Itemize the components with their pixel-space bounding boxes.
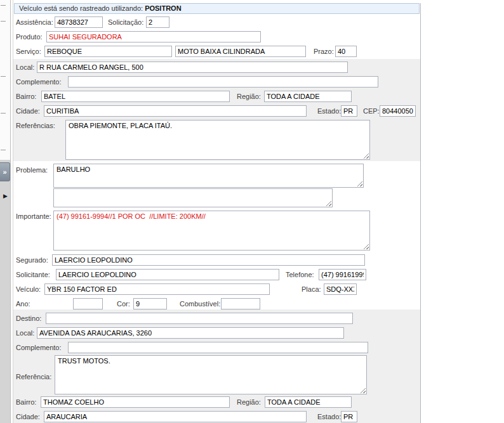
- assistance-form-window: » ▶ Veículo está sendo rastreado utiliza…: [0, 0, 504, 423]
- destino-local-input[interactable]: [37, 327, 344, 339]
- assistencia-input[interactable]: [55, 16, 103, 28]
- panel-right-border: [420, 3, 421, 423]
- destino-regiao-label: Região:: [237, 398, 261, 406]
- origem-cep-label: CEP:: [363, 107, 380, 115]
- origem-referencias-textarea[interactable]: OBRA PIEMONTE, PLACA ITAÚ.: [65, 120, 370, 160]
- servico-label: Serviço:: [16, 48, 41, 55]
- solicitante-label: Solicitante:: [16, 271, 50, 278]
- servico-tipo-input[interactable]: [175, 46, 306, 57]
- telefone-label: Telefone:: [286, 271, 314, 278]
- splitter-grip: [1, 21, 6, 22]
- prazo-input[interactable]: [335, 46, 357, 57]
- destino-input[interactable]: [46, 313, 353, 324]
- combustivel-label: Combustível:: [180, 300, 220, 308]
- origem-cidade-input[interactable]: [44, 105, 307, 117]
- tracking-banner-text: Veículo está sendo rastreado utilizando:: [19, 4, 145, 12]
- left-splitter[interactable]: [0, 0, 11, 160]
- origem-bairro-label: Bairro:: [16, 93, 36, 100]
- solicitacao-input[interactable]: [146, 16, 169, 28]
- tracking-banner: Veículo está sendo rastreado utilizando:…: [14, 3, 420, 14]
- splitter-grip: [1, 5, 6, 6]
- panel-left-border: [13, 0, 13, 423]
- solicitacao-label: Solicitação:: [108, 18, 143, 26]
- problema-textarea[interactable]: BARULHO: [53, 164, 364, 188]
- destino-bairro-input[interactable]: [41, 396, 230, 408]
- placa-label: Placa:: [302, 285, 321, 293]
- origem-cep-input[interactable]: [380, 105, 416, 117]
- veiculo-label: Veículo:: [16, 285, 41, 293]
- problema-label: Problema:: [16, 166, 48, 174]
- destino-complemento-label: Complemento:: [16, 344, 62, 351]
- prazo-label: Prazo:: [314, 48, 334, 55]
- veiculo-input[interactable]: [44, 283, 270, 295]
- observacao-textarea[interactable]: [53, 188, 333, 207]
- splitter-grip: [1, 150, 6, 150]
- origem-estado-label: Estado:: [317, 107, 341, 115]
- servico-input[interactable]: [44, 46, 172, 57]
- origem-complemento-input[interactable]: [68, 76, 378, 88]
- importante-label: Importante:: [16, 212, 51, 220]
- segurado-label: Segurado:: [16, 256, 48, 264]
- combustivel-input[interactable]: [221, 298, 260, 309]
- destino-estado-label: Estado:: [317, 413, 341, 420]
- origem-regiao-label: Região:: [237, 93, 261, 100]
- collapse-left-icon: »: [3, 168, 6, 176]
- destino-bairro-label: Bairro:: [16, 398, 36, 406]
- expand-panel-icon[interactable]: ▶: [3, 192, 8, 200]
- collapse-left-button[interactable]: »: [0, 162, 10, 181]
- telefone-input[interactable]: [319, 269, 366, 280]
- placa-input[interactable]: [324, 283, 357, 295]
- splitter-grip: [1, 113, 6, 114]
- destino-label: Destino:: [16, 315, 41, 322]
- ano-input[interactable]: [73, 298, 103, 309]
- segurado-input[interactable]: [52, 254, 365, 266]
- origem-regiao-input[interactable]: [264, 91, 352, 102]
- solicitante-input[interactable]: [56, 269, 279, 280]
- produto-label: Produto:: [16, 33, 43, 41]
- cor-label: Cor:: [117, 300, 130, 308]
- destino-referencia-textarea[interactable]: TRUST MOTOS.: [55, 355, 367, 394]
- origem-complemento-label: Complemento:: [16, 78, 62, 86]
- tracking-device-name: POSITRON: [145, 4, 181, 12]
- origem-local-label: Local:: [16, 63, 34, 71]
- destino-complemento-input[interactable]: [68, 342, 368, 353]
- destino-cidade-label: Cidade:: [16, 413, 40, 420]
- origem-bairro-input[interactable]: [41, 91, 230, 102]
- destino-regiao-input[interactable]: [265, 396, 352, 408]
- destino-estado-input[interactable]: [341, 411, 357, 422]
- destino-referencia-label: Referência:: [16, 373, 51, 381]
- origem-estado-input[interactable]: [341, 105, 357, 117]
- destino-local-label: Local:: [16, 329, 34, 337]
- cor-input[interactable]: [133, 298, 167, 309]
- produto-input[interactable]: [46, 31, 261, 42]
- destino-cidade-input[interactable]: [44, 411, 307, 422]
- origem-referencias-label: Referências:: [16, 122, 55, 129]
- assistencia-label: Assistência:: [16, 18, 53, 26]
- origem-local-input[interactable]: [37, 62, 348, 73]
- ano-label: Ano:: [16, 300, 30, 308]
- origem-cidade-label: Cidade:: [16, 107, 40, 115]
- importante-textarea[interactable]: (47) 99161-9994//1 POR OC //LIMITE: 200K…: [53, 211, 370, 251]
- splitter-grip: [1, 76, 6, 77]
